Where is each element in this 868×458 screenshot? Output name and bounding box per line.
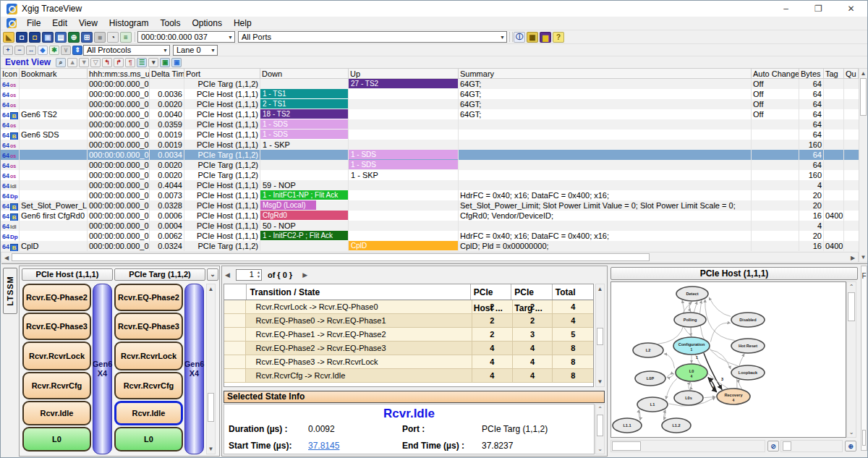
transition-row[interactable]: Rcvr.EQ-Phase2 -> Rcvr.EQ-Phase3448 — [224, 342, 593, 355]
time-combo[interactable]: 000:00:00.000 037 ▼ — [137, 31, 235, 43]
state-node-l0[interactable]: L04 — [676, 364, 707, 381]
error-marker-icon[interactable]: ¶ — [125, 58, 135, 67]
transition-row[interactable]: Rcvr.EQ-Phase3 -> Rcvr.RcvrLock448 — [224, 355, 593, 369]
histogram-view-icon[interactable]: ▆ — [540, 32, 551, 43]
protocols-combo[interactable]: All Protocols ▼ — [83, 45, 170, 56]
ltssm-tab[interactable]: LTSSM — [3, 268, 17, 314]
trace-row[interactable]: 64Dp000:00:00.000_0380.0073PCIe Host (1,… — [1, 190, 860, 200]
menu-help[interactable]: Help — [228, 17, 258, 30]
diagram-hscrollbar[interactable] — [610, 440, 765, 452]
jump-forward-icon[interactable]: ↱ — [114, 58, 124, 67]
menu-tools[interactable]: Tools — [155, 17, 187, 30]
column-header-summary[interactable]: Summary — [459, 69, 752, 78]
ltssm-state-rcvr-rcvrlock[interactable]: Rcvr.RcvrLock — [114, 342, 183, 370]
help-icon[interactable]: ? — [553, 32, 564, 43]
vertical-sync-icon[interactable]: ⇕ — [72, 46, 82, 55]
ltssm-state-rcvr-rcvrcfg[interactable]: Rcvr.RcvrCfg — [22, 372, 91, 399]
state-node-disabled[interactable]: Disabled — [731, 313, 765, 327]
ltssm-state-l0[interactable]: L0 — [22, 427, 91, 451]
state-info-vscrollbar[interactable]: ⌃ ⌄ — [595, 404, 605, 454]
close-button[interactable]: ✕ — [835, 1, 867, 17]
trace-row[interactable]: 64BSet_Slot_Power_Limit000:00:00.000_038… — [1, 200, 860, 211]
transition-row[interactable]: Rcvr.EQ-Phase1 -> Rcvr.EQ-Phase2235 — [224, 328, 593, 342]
diagram-zoom-slider[interactable] — [780, 440, 843, 452]
trace-row[interactable]: 64BCplD000:00:00.000_0380.0324PCIe Targ … — [1, 241, 860, 251]
zoom-out-icon[interactable]: ⊘ — [767, 441, 779, 451]
ltssm-state-rcvr-rcvrlock[interactable]: Rcvr.RcvrLock — [22, 342, 91, 370]
nav-prev-icon[interactable]: ◀ — [225, 271, 230, 279]
collapsed-panel-tab[interactable]: F — [861, 266, 867, 451]
trace-row[interactable]: 64BGen6 SDS000:00:00.000_0370.0019PCIe H… — [1, 130, 860, 140]
zoom-out-icon[interactable]: − — [14, 46, 25, 55]
binoculars-icon[interactable]: ∨ — [61, 46, 71, 55]
start-time-link[interactable]: 37.8145 — [308, 441, 402, 451]
nav-next-icon[interactable]: ▶ — [302, 271, 307, 279]
zoom-in-icon[interactable]: ⊕ — [845, 441, 856, 451]
column-header-up[interactable]: Up — [349, 69, 459, 78]
column-header-icon[interactable]: Icon — [1, 69, 20, 78]
grid-view-icon[interactable]: ⊞ — [81, 32, 93, 43]
ports-combo[interactable]: All Ports ▼ — [238, 31, 507, 43]
state-node-configuration[interactable]: Configuration1 — [673, 337, 710, 355]
state-node-loopback[interactable]: Loopback — [731, 365, 765, 380]
image-map-icon[interactable]: ▦ — [527, 32, 538, 43]
trace-row[interactable]: 64os000:00:00.000_0370.0034PCIe Targ (1,… — [1, 150, 860, 160]
filter-funnel-icon[interactable]: ▽ — [90, 58, 101, 67]
jump-back-icon[interactable]: ↰ — [102, 58, 112, 67]
menu-file[interactable]: File — [21, 17, 46, 30]
state-node-l0p[interactable]: L0P — [635, 371, 665, 386]
trace-row[interactable]: 64os000:00:00.000_0370.0020PCIe Targ (1,… — [1, 160, 860, 170]
trace-row[interactable]: 64BGen6 TS2000:00:00.000_0370.0040PCIe H… — [1, 109, 860, 119]
trace-row[interactable]: 64os000:00:00.000_0370.0036PCIe Host (1,… — [1, 89, 860, 99]
trace-row[interactable]: 64Dp000:00:00.000_0380.0062PCIe Host (1,… — [1, 231, 860, 241]
save-all-icon[interactable]: ▤ — [55, 32, 67, 43]
ltssm-state-rcvr-eq-phase2[interactable]: Rcvr.EQ-Phase2 — [22, 284, 91, 311]
column-header-tag[interactable]: Tag — [824, 69, 844, 78]
diagram-vscrollbar[interactable]: ⌃ ⌄ — [846, 281, 856, 438]
save-icon[interactable]: ▣ — [42, 32, 54, 43]
ltssm-state-rcvr-eq-phase2[interactable]: Rcvr.EQ-Phase2 — [114, 284, 183, 311]
ltssm-host-header[interactable]: PCIe Host (1,1,1) — [22, 268, 113, 281]
state-node-polling[interactable]: Polling — [674, 313, 706, 327]
column-header-auto-change[interactable]: Auto Change — [752, 69, 799, 78]
column-header-hhh-mm-ss-ms-us[interactable]: hhh:mm:ss.ms_us — [88, 69, 150, 78]
state-node-l2[interactable]: L2 — [633, 343, 663, 357]
export-capture-icon[interactable]: ◘ — [29, 32, 41, 43]
tag-icon[interactable]: ◆ — [38, 46, 48, 55]
statistics-icon[interactable]: ≡ — [120, 32, 132, 43]
menu-histogram[interactable]: Histogram — [103, 17, 155, 30]
ltssm-state-rcvr-idle[interactable]: Rcvr.Idle — [114, 401, 183, 425]
state-node-l12[interactable]: L1.2 — [662, 418, 691, 433]
column-header-qu[interactable]: Qu — [844, 69, 859, 78]
transition-vscrollbar[interactable]: ▲ ▼ — [595, 284, 605, 387]
column-header-down[interactable]: Down — [260, 69, 349, 78]
inspect-page-icon[interactable]: ⌕ — [56, 58, 66, 67]
export-trace-icon[interactable]: ◘ — [16, 32, 27, 43]
trace-row[interactable]: 64Idl000:00:00.000_0380.0004PCIe Host (1… — [1, 221, 860, 231]
table-vscrollbar[interactable]: ▲ ▼ — [859, 68, 868, 263]
ltssm-state-rcvr-eq-phase3[interactable]: Rcvr.EQ-Phase3 — [22, 313, 91, 340]
ltssm-header-caret[interactable]: ⌄ — [207, 268, 218, 281]
fit-width-icon[interactable]: ↔ — [26, 46, 36, 55]
transition-row[interactable]: Rcvr.EQ-Phase0 -> Rcvr.EQ-Phase1224 — [224, 314, 593, 328]
menu-view[interactable]: View — [73, 17, 103, 30]
lane-combo[interactable]: Lane 0 ▼ — [173, 45, 218, 56]
clock-icon[interactable]: ◔ — [107, 32, 119, 43]
trace-row[interactable]: 64os000:00:00.000_0370.0020PCIe Targ (1,… — [1, 170, 860, 180]
state-node-hotreset[interactable]: Hot Reset — [731, 339, 765, 353]
column-header-delta-time[interactable]: Delta Time — [150, 69, 184, 78]
state-node-l0s[interactable]: L0s — [674, 391, 703, 405]
stop-icon[interactable]: ■ — [94, 32, 106, 43]
transition-row[interactable]: Rcvr.RcvrCfg -> Rcvr.Idle448 — [224, 369, 593, 383]
table-hscrollbar[interactable]: ◀ ▶ — [1, 252, 859, 263]
open-folder-icon[interactable]: ◣ — [3, 32, 14, 43]
trace-row[interactable]: 64os000:00:00.000_0370.0019PCIe Host (1,… — [1, 140, 860, 150]
caret-down-icon[interactable]: ▾ — [148, 58, 158, 67]
trace-row[interactable]: 64os000:00:00.000_0370.0020PCIe Host (1,… — [1, 99, 860, 109]
restore-button[interactable]: ❐ — [802, 1, 835, 17]
trace-row[interactable]: 64os000:00:00.000_0370.0359PCIe Host (1,… — [1, 119, 860, 130]
minimize-button[interactable]: – — [770, 1, 802, 17]
menu-options[interactable]: Options — [187, 17, 228, 30]
zoom-in-icon[interactable]: + — [3, 46, 13, 55]
down-triangle-icon[interactable]: ▼ — [79, 58, 89, 67]
